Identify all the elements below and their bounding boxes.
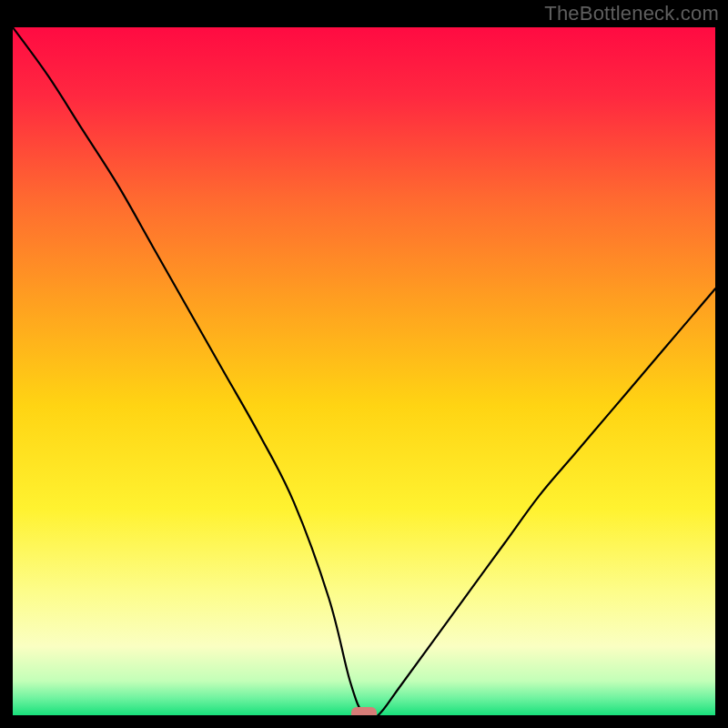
bottleneck-chart: [13, 27, 715, 715]
gradient-background: [13, 27, 715, 715]
plot-area: [13, 27, 715, 715]
watermark-text: TheBottleneck.com: [544, 2, 719, 25]
chart-frame: TheBottleneck.com: [0, 0, 728, 728]
minimum-marker: [351, 707, 377, 715]
